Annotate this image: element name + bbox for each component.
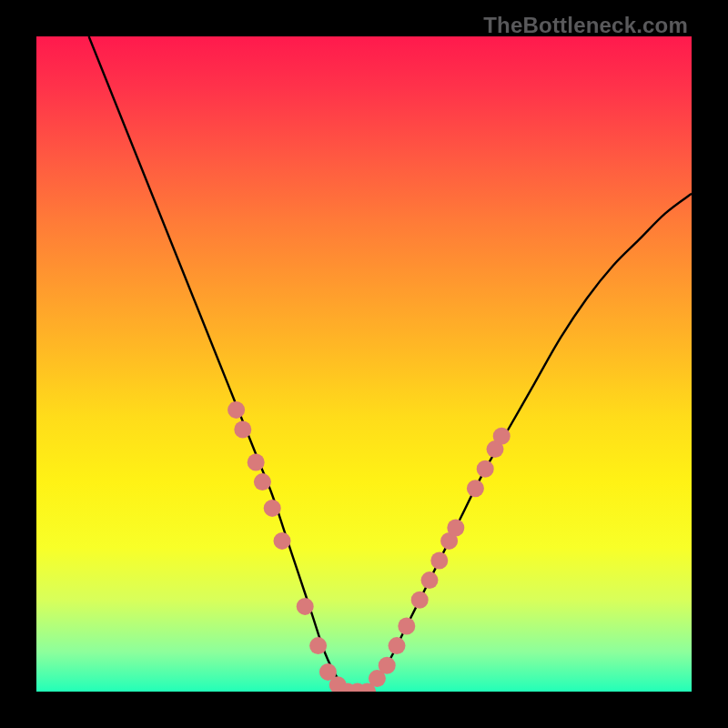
curve-svg xyxy=(36,36,692,692)
dot xyxy=(359,683,376,693)
dot xyxy=(264,500,281,517)
dot xyxy=(349,683,366,693)
dot xyxy=(329,676,347,692)
chart-container: TheBottleneck.com xyxy=(0,0,728,728)
dot xyxy=(254,473,271,490)
dot xyxy=(430,552,448,570)
curve-dots xyxy=(228,401,511,692)
dot xyxy=(467,480,484,497)
bottleneck-curve xyxy=(89,36,692,692)
dot xyxy=(297,598,314,615)
dot xyxy=(477,460,494,478)
dot xyxy=(339,683,357,693)
dot xyxy=(398,618,415,635)
dot xyxy=(493,428,511,445)
dot xyxy=(309,637,327,654)
dot xyxy=(228,401,245,419)
dot xyxy=(274,532,291,550)
dot xyxy=(389,637,406,654)
dot xyxy=(421,571,439,589)
attribution-text: TheBottleneck.com xyxy=(483,13,688,38)
dot xyxy=(411,592,429,609)
dot xyxy=(319,663,337,681)
dot xyxy=(234,421,251,439)
dot xyxy=(487,440,504,458)
dot xyxy=(440,532,458,550)
dot xyxy=(369,670,386,687)
dot xyxy=(447,520,464,537)
dot xyxy=(379,657,396,674)
dot xyxy=(248,454,265,471)
plot-area xyxy=(36,36,692,692)
